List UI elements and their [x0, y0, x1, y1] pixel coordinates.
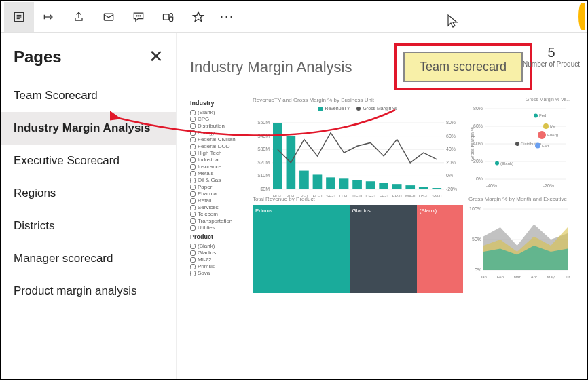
subscribe-button[interactable]	[94, 2, 124, 32]
filter-checkbox[interactable]: (Blank)	[190, 109, 247, 115]
svg-point-75	[538, 131, 546, 139]
svg-point-7	[136, 15, 137, 16]
svg-text:HD-0: HD-0	[273, 194, 283, 198]
kpi-value: 5	[523, 45, 580, 60]
svg-text:$10M: $10M	[257, 173, 270, 178]
svg-text:OS-0: OS-0	[419, 194, 429, 198]
filter-checkbox[interactable]: Sova	[190, 270, 247, 276]
filter-checkbox[interactable]: Federal-DOD	[190, 143, 247, 149]
area-chart-title: Gross Margin % by Month and Executive	[468, 196, 570, 202]
filter-checkbox[interactable]: Paper	[190, 184, 247, 190]
svg-rect-40	[379, 183, 388, 189]
svg-text:80%: 80%	[446, 120, 456, 125]
filter-checkbox[interactable]: Insurance	[190, 164, 247, 170]
filter-checkbox[interactable]: Retail	[190, 197, 247, 204]
filter-panel: Industry (Blank)CPGDistributionEnergyFed…	[190, 97, 247, 293]
svg-text:50%: 50%	[472, 237, 481, 242]
more-options-button[interactable]: ···	[213, 10, 241, 24]
combo-chart-title: RevenueTY and Gross Margin % by Business…	[253, 97, 463, 103]
comment-button[interactable]	[124, 2, 153, 32]
svg-point-8	[138, 15, 139, 16]
filter-checkbox[interactable]: (Blank)	[190, 243, 247, 249]
pages-sidebar: Pages ✕ Team Scorecard Industry Margin A…	[1, 33, 177, 379]
svg-rect-37	[339, 178, 349, 189]
svg-rect-42	[405, 185, 415, 189]
page-item-product-margin-analysis[interactable]: Product margin analysis	[1, 275, 176, 307]
treemap-cell[interactable]: (Blank)	[417, 205, 463, 293]
svg-text:LO-0: LO-0	[339, 194, 349, 198]
svg-rect-36	[326, 177, 335, 189]
filter-checkbox[interactable]: High Tech	[190, 150, 247, 156]
filter-checkbox[interactable]: Metals	[190, 170, 247, 176]
svg-text:Gross Margin %: Gross Margin %	[470, 127, 475, 161]
svg-text:Energ: Energ	[547, 133, 558, 137]
svg-point-81	[495, 162, 499, 166]
filter-checkbox[interactable]: Gladius	[190, 250, 247, 256]
svg-text:60%: 60%	[473, 124, 483, 128]
filter-checkbox[interactable]: CPG	[190, 116, 247, 122]
filter-checkbox[interactable]: Telecom	[190, 211, 247, 217]
svg-text:FE-0: FE-0	[380, 194, 389, 198]
combo-legend: RevenueTY Gross Margin %	[253, 106, 463, 111]
treemap-cell[interactable]: Gladius	[350, 205, 417, 293]
cursor-icon	[447, 14, 459, 31]
page-item-regions[interactable]: Regions	[1, 177, 176, 210]
svg-text:$50M: $50M	[257, 120, 270, 125]
close-icon[interactable]: ✕	[149, 46, 164, 67]
svg-text:May: May	[547, 275, 555, 279]
export-button[interactable]	[34, 2, 64, 32]
filter-checkbox[interactable]: Energy	[190, 130, 247, 136]
svg-text:Fed: Fed	[539, 113, 546, 117]
page-item-manager-scorecard[interactable]: Manager scorecard	[1, 242, 176, 275]
sidebar-title: Pages	[14, 48, 62, 66]
svg-text:MA-0: MA-0	[405, 194, 416, 198]
filter-checkbox[interactable]: Services	[190, 204, 247, 210]
combo-chart[interactable]: RevenueTY and Gross Margin % by Business…	[253, 97, 463, 192]
area-chart[interactable]: Gross Margin % by Month and Executive 0%…	[468, 196, 570, 284]
svg-point-71	[534, 113, 538, 117]
svg-text:$0M: $0M	[260, 187, 270, 191]
svg-text:FO-0: FO-0	[313, 194, 323, 198]
filter-checkbox[interactable]: Utilities	[190, 225, 247, 231]
page-item-districts[interactable]: Districts	[1, 210, 176, 242]
pages-pane-button[interactable]	[4, 2, 34, 32]
filter-checkbox[interactable]: Industrial	[190, 157, 247, 163]
svg-point-77	[515, 142, 519, 146]
page-item-industry-margin-analysis[interactable]: Industry Margin Analysis	[1, 112, 176, 145]
svg-text:100%: 100%	[469, 206, 481, 211]
filter-checkbox[interactable]: Federal-Civilian	[190, 136, 247, 142]
svg-point-12	[170, 13, 172, 16]
favorite-button[interactable]	[183, 2, 213, 32]
svg-rect-35	[313, 174, 323, 189]
svg-rect-39	[366, 181, 375, 189]
svg-text:Apr: Apr	[531, 275, 537, 279]
filter-checkbox[interactable]: Pharma	[190, 191, 247, 197]
filter-checkbox[interactable]: Distribution	[190, 123, 247, 129]
page-item-team-scorecard[interactable]: Team Scorecard	[1, 79, 176, 112]
treemap-cell[interactable]: Primus	[253, 205, 350, 293]
svg-text:Feb: Feb	[497, 275, 504, 279]
treemap-chart[interactable]: Total Revenue by Product PrimusGladius(B…	[253, 196, 463, 293]
filter-group-industry-title: Industry	[190, 100, 247, 107]
svg-point-79	[535, 143, 540, 149]
svg-text:Jan: Jan	[480, 275, 487, 279]
svg-text:-20%: -20%	[543, 183, 554, 188]
team-scorecard-button[interactable]: Team scorecard	[403, 52, 523, 82]
svg-text:0%: 0%	[475, 267, 481, 272]
filter-checkbox[interactable]: Primus	[190, 263, 247, 269]
share-button[interactable]	[64, 2, 94, 32]
svg-text:CR-0: CR-0	[366, 194, 376, 198]
svg-text:SE-0: SE-0	[326, 194, 335, 198]
filter-checkbox[interactable]: Transportation	[190, 218, 247, 224]
svg-rect-38	[352, 180, 362, 189]
svg-text:ER-0: ER-0	[392, 194, 402, 198]
page-item-executive-scorecard[interactable]: Executive Scorecard	[1, 145, 176, 177]
svg-point-9	[140, 15, 141, 16]
teams-button[interactable]: T	[153, 2, 183, 32]
svg-point-73	[543, 124, 549, 129]
filter-checkbox[interactable]: Oil & Gas	[190, 177, 247, 183]
svg-text:SM-0: SM-0	[432, 194, 442, 198]
scatter-chart[interactable]: Gross Margin % Va... 0%20%40%60%80%Gross…	[468, 97, 570, 192]
filter-checkbox[interactable]: MI-72	[190, 256, 247, 263]
svg-text:60%: 60%	[446, 134, 456, 138]
